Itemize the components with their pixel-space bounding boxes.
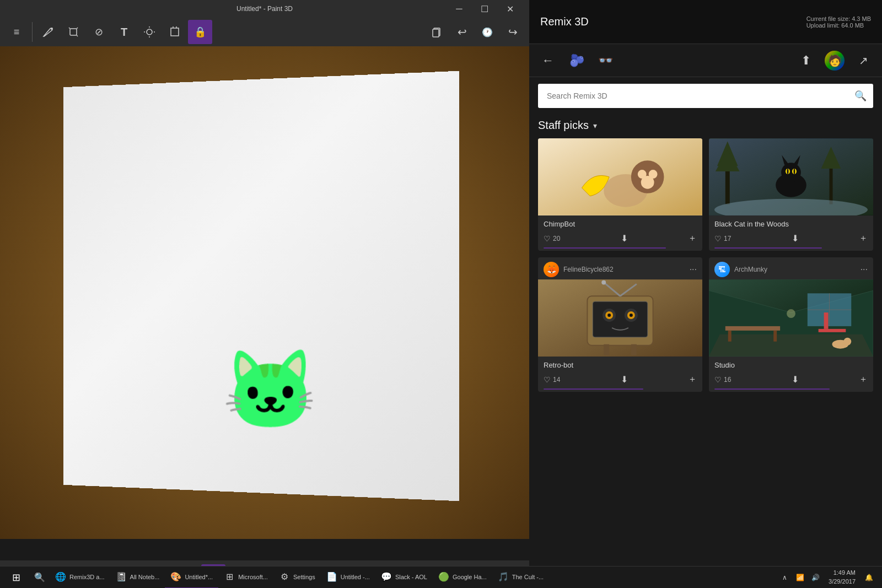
grid-item-studio[interactable]: 🏗 ArchMunky ··· <box>709 257 873 392</box>
menu-button[interactable]: ≡ <box>4 20 29 44</box>
volume-icon[interactable]: 🔊 <box>809 567 822 589</box>
taskbar-item-remix3d[interactable]: 🌐 Remix3D a... <box>50 567 110 589</box>
taskbar-item-settings[interactable]: ⚙ Settings <box>273 567 321 589</box>
redo-button[interactable]: ↪ <box>501 20 525 44</box>
studio-like-button[interactable]: ♡ 16 <box>714 375 731 384</box>
erase-tool[interactable]: ⊘ <box>87 20 111 44</box>
effects-tool[interactable] <box>137 20 162 44</box>
file-size: Current file size: 4.3 MB <box>806 15 871 22</box>
main-toolbar: ≡ ⊘ T 🔒 ↩ 🕐 ↪ <box>0 18 529 46</box>
black-cat-add-button[interactable]: ＋ <box>859 233 868 244</box>
chimpbot-add-button[interactable]: ＋ <box>688 233 697 244</box>
retro-bot-download-button[interactable]: ⬇ <box>621 374 628 385</box>
studio-more-button[interactable]: ··· <box>861 265 868 274</box>
network-icon[interactable]: 📶 <box>793 567 806 589</box>
gallery-icon[interactable]: 👓 <box>595 51 615 71</box>
allnoteb-icon: 📓 <box>116 571 127 582</box>
back-button[interactable]: ← <box>538 51 558 71</box>
thecult-label: The Cult -... <box>512 574 544 580</box>
thecult-icon: 🎵 <box>498 571 509 582</box>
allnoteb-label: All Noteb... <box>130 574 160 580</box>
svg-rect-60 <box>728 331 732 342</box>
canvas-area[interactable]: 🐱 <box>0 46 529 539</box>
svg-rect-63 <box>824 312 829 329</box>
taskbar-item-googlehang[interactable]: 🟢 Google Ha... <box>433 567 492 589</box>
grid-item-chimpbot[interactable]: ChimpBot ♡ 20 ⬇ ＋ <box>538 138 702 251</box>
taskbar-item-untitled2[interactable]: 📄 Untitled -... <box>321 567 375 589</box>
grid-item-retro-bot[interactable]: 🦊 FelineBicycle862 ··· <box>538 257 702 392</box>
retro-bot-like-button[interactable]: ♡ 14 <box>544 375 560 384</box>
svg-point-47 <box>630 314 633 317</box>
home-icon[interactable]: 🫐 <box>567 51 587 71</box>
chimpbot-like-button[interactable]: ♡ 20 <box>544 234 560 243</box>
retro-bot-avatar: 🦊 <box>544 262 559 277</box>
chimpbot-download-button[interactable]: ⬇ <box>621 233 628 244</box>
retro-bot-add-button[interactable]: ＋ <box>688 374 697 385</box>
paint3d-label: Untitled*... <box>185 574 213 580</box>
maximize-button[interactable]: ☐ <box>472 0 497 18</box>
svg-rect-10 <box>171 28 179 36</box>
upload-button[interactable]: ⬆ <box>796 51 816 71</box>
retro-bot-footer: Retro-bot ♡ 14 ⬇ ＋ <box>538 357 702 392</box>
section-chevron-icon[interactable]: ▾ <box>593 121 597 130</box>
search-submit-button[interactable]: 🔍 <box>854 90 867 102</box>
svg-rect-14 <box>433 29 439 37</box>
remix-panel: Remix 3D Current file size: 4.3 MB Uploa… <box>529 0 882 539</box>
close-button[interactable]: ✕ <box>497 0 523 18</box>
system-clock[interactable]: 1:49 AM 3/29/2017 <box>824 569 860 586</box>
history-button[interactable]: 🕐 <box>475 20 499 44</box>
studio-add-button[interactable]: ＋ <box>859 374 868 385</box>
svg-point-65 <box>843 338 851 346</box>
undo-button[interactable]: ↩ <box>450 20 474 44</box>
text-tool[interactable]: T <box>112 20 136 44</box>
minimize-button[interactable]: ─ <box>447 0 472 18</box>
remix-nav: ← 🫐 👓 ⬆ 🧑 ↗ <box>529 44 882 77</box>
studio-image <box>709 279 873 357</box>
clock-time: 1:49 AM <box>829 569 856 577</box>
crop-tool[interactable] <box>163 20 187 44</box>
user-avatar[interactable]: 🧑 <box>825 51 845 71</box>
brush-tool[interactable] <box>36 20 60 44</box>
svg-point-38 <box>793 169 795 174</box>
retro-bot-more-button[interactable]: ··· <box>690 265 697 274</box>
taskbar-search-button[interactable]: 🔍 <box>30 567 50 589</box>
remix-tool[interactable]: 🔒 <box>188 20 212 44</box>
3d-objects-tool[interactable] <box>61 20 85 44</box>
svg-point-23 <box>641 176 654 189</box>
chevron-up-icon[interactable]: ∧ <box>778 567 791 589</box>
black-cat-download-button[interactable]: ⬇ <box>792 233 799 244</box>
googlehang-label: Google Ha... <box>453 574 487 580</box>
search-bar: 🔍 <box>538 84 873 108</box>
svg-rect-62 <box>819 329 846 332</box>
search-input[interactable] <box>538 84 873 108</box>
retro-bot-username: FelineBicycle862 <box>563 266 685 273</box>
studio-user-row: 🏗 ArchMunky ··· <box>709 257 873 279</box>
start-button[interactable]: ⊞ <box>2 567 30 589</box>
remix3d-icon: 🌐 <box>55 571 66 582</box>
studio-download-button[interactable]: ⬇ <box>792 374 799 385</box>
taskbar-item-paint3d[interactable]: 🎨 Untitled*... <box>165 567 218 589</box>
grid-item-black-cat[interactable]: Black Cat in the Woods ♡ 17 ⬇ ＋ <box>709 138 873 251</box>
black-cat-like-button[interactable]: ♡ 17 <box>714 234 731 243</box>
taskbar-item-microsoft[interactable]: ⊞ Microsoft... <box>218 567 273 589</box>
copy-button[interactable] <box>424 20 449 44</box>
settings-icon: ⚙ <box>279 571 290 582</box>
svg-point-32 <box>781 163 801 182</box>
svg-point-49 <box>601 280 606 284</box>
studio-title: Studio <box>714 361 868 369</box>
taskbar-item-thecult[interactable]: 🎵 The Cult -... <box>492 567 549 589</box>
items-grid: ChimpBot ♡ 20 ⬇ ＋ <box>529 138 882 392</box>
chimpbot-title: ChimpBot <box>544 220 697 228</box>
studio-username: ArchMunky <box>734 266 856 273</box>
studio-footer: Studio ♡ 16 ⬇ ＋ <box>709 357 873 392</box>
svg-rect-41 <box>593 301 647 337</box>
taskbar-item-slack[interactable]: 💬 Slack - AOL <box>375 567 433 589</box>
external-link-icon[interactable]: ↗ <box>853 51 873 71</box>
black-cat-progress <box>714 247 822 249</box>
svg-rect-61 <box>773 331 777 342</box>
svg-point-0 <box>51 28 53 30</box>
googlehang-icon: 🟢 <box>438 571 449 582</box>
taskbar-item-allnoteb[interactable]: 📓 All Noteb... <box>110 567 165 589</box>
notification-icon[interactable]: 🔔 <box>862 567 875 589</box>
retro-bot-actions: ♡ 14 ⬇ ＋ <box>544 374 697 385</box>
